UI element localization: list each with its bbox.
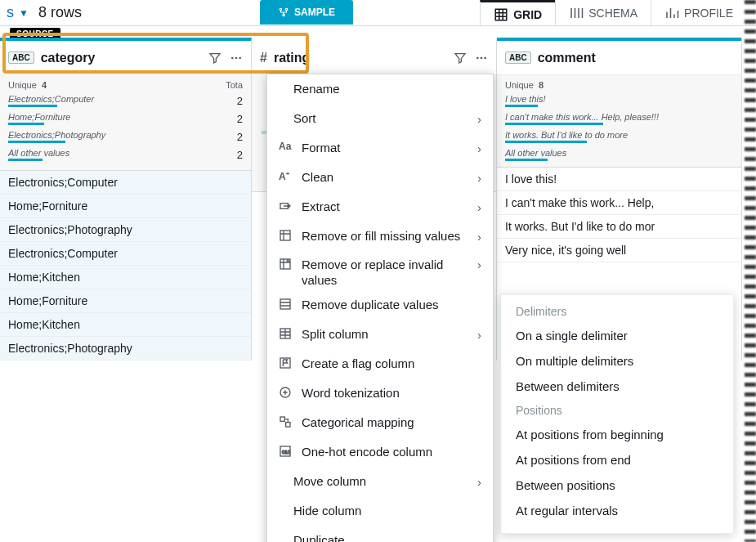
filter-icon[interactable] bbox=[454, 52, 467, 65]
histogram-row: It works. But I'd like to do more bbox=[505, 128, 733, 146]
menu-item-icon bbox=[279, 199, 293, 214]
submenu-item-between-delimiters[interactable]: Between delimiters bbox=[501, 374, 733, 399]
type-badge-abc: ABC bbox=[505, 52, 531, 64]
menu-item-label: Split column bbox=[302, 327, 369, 343]
menu-item-create-a-flag-column[interactable]: Create a flag column bbox=[267, 349, 493, 379]
submenu-item-at-positions-from-beginning[interactable]: At positions from beginning bbox=[501, 422, 733, 447]
tab-profile[interactable]: PROFILE bbox=[651, 0, 746, 26]
table-row[interactable]: I love this! bbox=[497, 168, 741, 191]
histogram-row: Electronics;Computer2 bbox=[8, 92, 243, 110]
svg-point-5 bbox=[235, 56, 238, 59]
table-row[interactable]: It works. But I'd like to do mor bbox=[497, 215, 741, 239]
menu-item-clean[interactable]: A+Clean› bbox=[267, 163, 493, 192]
menu-item-split-column[interactable]: Split column› bbox=[267, 320, 493, 349]
svg-point-9 bbox=[484, 56, 486, 59]
chevron-right-icon: › bbox=[477, 141, 481, 155]
table-row[interactable]: Electronics;Photography bbox=[0, 218, 251, 242]
menu-item-move-column[interactable]: Move column› bbox=[267, 467, 493, 496]
svg-point-8 bbox=[481, 56, 483, 59]
table-row[interactable]: Electronics;Computer bbox=[0, 242, 251, 266]
menu-item-icon: A+ bbox=[279, 170, 293, 185]
column-header-rating[interactable]: # rating bbox=[252, 41, 496, 75]
svg-point-0 bbox=[280, 8, 281, 10]
svg-text:010: 010 bbox=[282, 450, 291, 455]
tab-schema-label: SCHEMA bbox=[588, 7, 637, 20]
svg-rect-19 bbox=[286, 423, 290, 427]
menu-item-duplicate[interactable]: Duplicate bbox=[267, 526, 493, 542]
menu-item-icon: Aa bbox=[279, 141, 293, 155]
column-name: category bbox=[41, 51, 202, 65]
menu-item-label: Format bbox=[302, 141, 341, 156]
chevron-right-icon: › bbox=[477, 112, 481, 126]
table-row[interactable]: Electronics;Photography bbox=[0, 337, 251, 361]
menu-item-label: Word tokenization bbox=[302, 386, 400, 401]
menu-item-label: Hide column bbox=[293, 504, 361, 519]
column-name: comment bbox=[538, 51, 733, 65]
submenu-item-on-multiple-delimiters[interactable]: On multiple delimiters bbox=[501, 348, 733, 374]
menu-item-icon bbox=[279, 258, 293, 272]
histogram-row: All other values bbox=[505, 146, 733, 163]
chevron-right-icon: › bbox=[477, 475, 481, 489]
svg-point-7 bbox=[476, 56, 479, 59]
menu-item-label: Sort bbox=[293, 111, 316, 127]
menu-item-icon bbox=[279, 327, 293, 342]
table-row[interactable]: I can't make this work... Help, bbox=[497, 191, 741, 215]
menu-item-label: Remove or replace invalid values bbox=[302, 258, 469, 289]
menu-item-extract[interactable]: Extract› bbox=[267, 192, 493, 222]
menu-item-hide-column[interactable]: Hide column bbox=[267, 496, 493, 526]
table-row[interactable]: Home;Forniture bbox=[0, 195, 251, 218]
table-row[interactable]: Electronics;Computer bbox=[0, 171, 251, 195]
type-badge-abc: ABC bbox=[8, 52, 34, 64]
menu-item-icon bbox=[279, 386, 293, 401]
tab-schema[interactable]: SCHEMA bbox=[555, 0, 651, 26]
menu-item-label: Categorical mapping bbox=[302, 415, 414, 431]
column-header-comment[interactable]: ABC comment bbox=[497, 41, 741, 75]
menu-item-remove-or-replace-invalid-values[interactable]: Remove or replace invalid values› bbox=[267, 251, 493, 290]
menu-item-remove-or-fill-missing-values[interactable]: Remove or fill missing values› bbox=[267, 222, 493, 251]
histogram-row: Electronics;Photography2 bbox=[8, 128, 243, 146]
menu-item-rename[interactable]: Rename bbox=[267, 74, 493, 104]
menu-item-word-tokenization[interactable]: Word tokenization bbox=[267, 379, 493, 408]
table-row[interactable]: Home;Forniture bbox=[0, 289, 251, 313]
submenu-item-at-regular-intervals[interactable]: At regular intervals bbox=[501, 498, 733, 523]
menu-item-label: Duplicate bbox=[293, 533, 345, 542]
menu-item-categorical-mapping[interactable]: Categorical mapping bbox=[267, 408, 493, 437]
table-row[interactable]: Home;Kitchen bbox=[0, 266, 251, 289]
column-menu-icon[interactable] bbox=[475, 52, 488, 65]
column-menu-icon[interactable] bbox=[230, 52, 243, 65]
submenu-item-at-positions-from-end[interactable]: At positions from end bbox=[501, 447, 733, 473]
menu-item-label: Remove or fill missing values bbox=[302, 229, 460, 244]
sample-tab-label: SAMPLE bbox=[294, 7, 335, 18]
column-header-category[interactable]: ABC category bbox=[0, 41, 251, 75]
filter-icon[interactable] bbox=[208, 52, 221, 65]
chevron-right-icon: › bbox=[477, 230, 481, 244]
table-row[interactable]: Very nice, it's going well bbox=[497, 239, 741, 262]
menu-item-icon bbox=[279, 298, 293, 312]
submenu-item-on-a-single-delimiter[interactable]: On a single delimiter bbox=[501, 323, 733, 348]
histogram-row: I can't make this work... Help, please!!… bbox=[505, 110, 733, 128]
rows-count: 8 rows bbox=[38, 4, 82, 21]
menu-item-remove-duplicate-values[interactable]: Remove duplicate values bbox=[267, 290, 493, 320]
sample-tab[interactable]: SAMPLE bbox=[260, 0, 353, 25]
profile-icon bbox=[664, 6, 679, 20]
menu-item-label: Remove duplicate values bbox=[302, 298, 439, 313]
category-stats: Unique 4 Tota Electronics;Computer2Home;… bbox=[0, 75, 251, 171]
type-badge-number: # bbox=[260, 51, 267, 65]
menu-item-one-hot-encode-column[interactable]: 010One-hot encode column bbox=[267, 437, 493, 467]
grid-icon bbox=[494, 7, 508, 22]
dataset-dropdown-icon[interactable]: ▼ bbox=[19, 7, 29, 19]
menu-item-label: Create a flag column bbox=[302, 356, 414, 372]
menu-item-format[interactable]: AaFormat› bbox=[267, 133, 493, 163]
submenu-heading: Delimiters bbox=[501, 300, 733, 323]
submenu-item-between-positions[interactable]: Between positions bbox=[501, 473, 733, 498]
tab-grid[interactable]: GRID bbox=[480, 0, 555, 26]
histogram-row: I love this! bbox=[505, 92, 733, 110]
column-name: rating bbox=[274, 51, 447, 65]
table-row[interactable]: Home;Kitchen bbox=[0, 313, 251, 337]
menu-item-sort[interactable]: Sort› bbox=[267, 104, 493, 133]
submenu-heading: Positions bbox=[501, 399, 733, 422]
svg-rect-11 bbox=[280, 231, 290, 240]
svg-point-1 bbox=[285, 8, 287, 10]
column-category: ABC category Unique 4 Tota Electronics;C… bbox=[0, 38, 252, 361]
menu-item-label: Clean bbox=[302, 170, 333, 186]
